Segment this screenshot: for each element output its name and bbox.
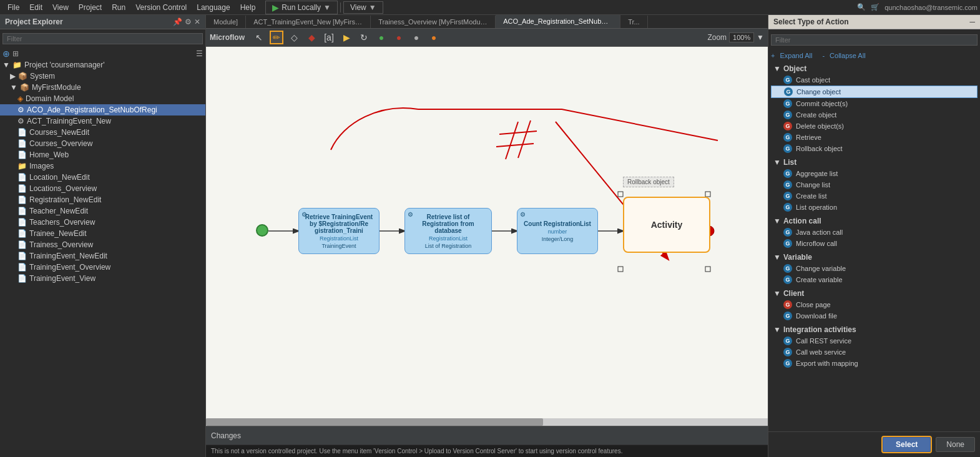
toolbox-filter-input[interactable] (771, 34, 978, 46)
toolbox-export-mapping[interactable]: G Export with mapping (771, 358, 978, 369)
tab-tr[interactable]: Tr... (620, 16, 648, 28)
expand-all-button[interactable]: Expand All (780, 52, 812, 59)
view-button[interactable]: View ▼ (343, 1, 383, 14)
toolbox-close-page[interactable]: G Close page (771, 299, 978, 310)
list-operation-label: List operation (796, 204, 837, 211)
loop-tool[interactable]: ↻ (357, 31, 371, 44)
trainingevent-view-icon: 📄 (17, 274, 27, 283)
draw-tool[interactable]: ✏ (270, 31, 283, 44)
toolbox-call-web-service[interactable]: G Call web service (771, 346, 978, 358)
select-tool[interactable]: ↖ (252, 31, 266, 44)
menu-run[interactable]: Run (107, 2, 130, 13)
annotation-tool[interactable]: [a] (322, 31, 336, 44)
tree-act-training[interactable]: ⚙ ACT_TrainingEvent_New (0, 115, 205, 127)
diamond-red-tool[interactable]: ◆ (305, 31, 318, 44)
client-section-header[interactable]: ▼ Client (771, 288, 978, 299)
list-section-header[interactable]: ▼ List (771, 157, 978, 168)
sidebar-add-icon[interactable]: ⊕ (2, 49, 10, 59)
tree-domain-model[interactable]: ◈ Domain Model (0, 93, 205, 104)
tree-courses-overview[interactable]: 📄 Courses_Overview (0, 138, 205, 149)
tree-home-web[interactable]: 📄 Home_Web (0, 149, 205, 160)
tree-trainingevent-overview[interactable]: 📄 TrainingEvent_Overview (0, 262, 205, 273)
tree-teacher-newedit[interactable]: 📄 Teacher_NewEdit (0, 205, 205, 217)
tree-system[interactable]: ▶ 📦 System (0, 71, 205, 82)
sidebar-filter-input[interactable] (2, 33, 203, 44)
menu-edit[interactable]: Edit (24, 2, 47, 13)
node-retrieve-registration[interactable]: ⚙ Retrieve list of Registration from dat… (404, 208, 492, 254)
run-dropdown-arrow[interactable]: ▼ (323, 3, 331, 12)
toolbox-change-variable[interactable]: G Change variable (771, 263, 978, 274)
diamond-tool[interactable]: ◇ (287, 31, 301, 44)
toolbox-list-operation[interactable]: G List operation (771, 202, 978, 213)
tree-aco-registration[interactable]: ⚙ ACO_Ade_Registration_SetNubOfRegi (0, 104, 205, 115)
tab-aco-registration[interactable]: ACO_Ade_Registration_SetNubOfRegi [MyFir… (496, 15, 620, 28)
tree-courses-newedit[interactable]: 📄 Courses_NewEdit (0, 127, 205, 138)
toolbox-call-rest[interactable]: G Call REST service (771, 335, 978, 346)
node-retrieve-training-event[interactable]: ⚙ Retrieve TrainingEvent by $Registratio… (298, 208, 380, 254)
action-call-section-header[interactable]: ▼ Action call (771, 215, 978, 227)
start-event-tool[interactable]: ▶ (340, 31, 353, 44)
sidebar-collapse-icon[interactable]: ☰ (196, 49, 203, 58)
toolbox-download-file[interactable]: G Download file (771, 310, 978, 322)
menu-version-control[interactable]: Version Control (130, 2, 192, 13)
integration-section-header[interactable]: ▼ Integration activities (771, 324, 978, 335)
tree-location-newedit[interactable]: 📄 Location_NewEdit (0, 172, 205, 183)
toolbox-microflow-call[interactable]: G Microflow call (771, 238, 978, 249)
menu-file[interactable]: File (2, 2, 24, 13)
object-section-header[interactable]: ▼ Object (771, 63, 978, 74)
cart-icon[interactable]: 🛒 (871, 3, 880, 11)
toolbox-create-object[interactable]: G Create object (771, 109, 978, 120)
select-button[interactable]: Select (883, 437, 931, 452)
menu-help[interactable]: Help (235, 2, 261, 13)
sidebar-pin-icon[interactable]: 📌 (173, 17, 182, 26)
toolbox-aggregate-list[interactable]: G Aggregate list (771, 168, 978, 179)
tree-trainingevent-view[interactable]: 📄 TrainingEvent_View (0, 273, 205, 284)
orange-circle-tool[interactable]: ● (427, 31, 441, 44)
zoom-dropdown-arrow[interactable]: ▼ (757, 33, 764, 42)
tab-trainess[interactable]: Trainess_Overview [MyFirstModule] (371, 16, 496, 28)
toolbox-section-variable: ▼ Variable G Change variable G Create va… (771, 252, 978, 285)
tree-locations-overview[interactable]: 📄 Locations_Overview (0, 183, 205, 194)
tree-images[interactable]: 📁 Images (0, 160, 205, 172)
menu-view[interactable]: View (47, 2, 74, 13)
microflow-canvas[interactable]: ⚙ Retrieve TrainingEvent by $Registratio… (206, 47, 768, 426)
green-circle-tool[interactable]: ● (375, 31, 388, 44)
sidebar-layout-icon[interactable]: ⊞ (12, 49, 19, 58)
run-locally-button[interactable]: ▶ Run Locally ▼ (265, 1, 338, 14)
variable-section-header[interactable]: ▼ Variable (771, 252, 978, 263)
tree-registration-newedit[interactable]: 📄 Registration_NewEdit (0, 194, 205, 205)
toolbox-cast-object[interactable]: G Cast object (771, 74, 978, 86)
toolbox-java-action-call[interactable]: G Java action call (771, 227, 978, 238)
toolbox-change-object[interactable]: G Change object (771, 86, 978, 98)
node-count-registration[interactable]: ⚙ Count RegistrationList number Integer/… (517, 208, 598, 254)
tree-trainingevent-newedit[interactable]: 📄 TrainingEvent_NewEdit (0, 250, 205, 262)
sidebar-close-icon[interactable]: ✕ (194, 17, 200, 26)
toolbox-create-variable[interactable]: G Create variable (771, 274, 978, 285)
toolbox-change-list[interactable]: G Change list (771, 179, 978, 190)
tree-project-root[interactable]: ▼ 📁 Project 'coursemanager' (0, 59, 205, 71)
canvas-scrollbar-h[interactable] (206, 418, 768, 426)
tab-module[interactable]: Module] (206, 16, 246, 28)
zoom-input[interactable] (729, 32, 754, 42)
tab-act-training[interactable]: ACT_TrainingEvent_New [MyFirstModule] (246, 16, 371, 28)
none-button[interactable]: None (936, 437, 975, 452)
red-circle-tool[interactable]: ● (392, 31, 406, 44)
sidebar-settings-icon[interactable]: ⚙ (185, 17, 192, 26)
node-activity[interactable]: Activity (623, 197, 710, 253)
toolbox-commit-objects[interactable]: G Commit object(s) (771, 98, 978, 109)
toolbox-rollback-object[interactable]: G Rollback object (771, 143, 978, 154)
search-icon[interactable]: 🔍 (857, 3, 866, 11)
tree-trainee-newedit[interactable]: 📄 Trainee_NewEdit (0, 228, 205, 239)
tree-teachers-overview[interactable]: 📄 Teachers_Overview (0, 217, 205, 228)
menu-project[interactable]: Project (74, 2, 107, 13)
toolbox-create-list[interactable]: G Create list (771, 190, 978, 202)
select-type-minimize-icon[interactable]: ─ (969, 17, 975, 26)
tree-myfirstmodule[interactable]: ▼ 📦 MyFirstModule (0, 82, 205, 93)
gray-circle-tool[interactable]: ● (409, 31, 423, 44)
tree-trainess-overview[interactable]: 📄 Trainess_Overview (0, 239, 205, 250)
menu-language[interactable]: Language (192, 2, 235, 13)
toolbox-retrieve[interactable]: G Retrieve (771, 132, 978, 143)
collapse-all-button[interactable]: Collapse All (830, 52, 865, 59)
start-event[interactable] (256, 224, 268, 237)
toolbox-delete-objects[interactable]: G Delete object(s) (771, 120, 978, 132)
